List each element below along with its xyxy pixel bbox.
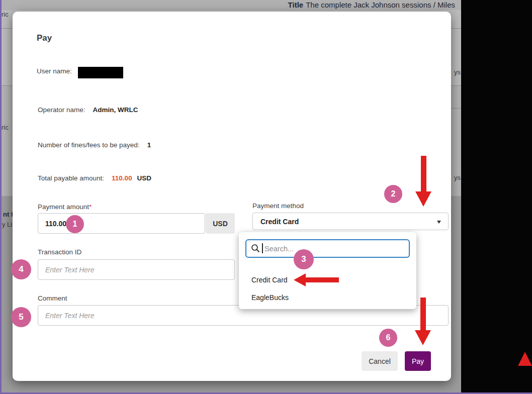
arrow-down-to-method-dropdown <box>421 156 426 192</box>
payment-method-value: Credit Card <box>260 218 299 226</box>
comment-label: Comment <box>38 294 67 302</box>
step-badge-4: 4 <box>11 259 31 279</box>
total-amount-row: Total payable amount:110.00 USD <box>38 174 151 182</box>
pay-button[interactable]: Pay <box>405 351 431 371</box>
record-title-label: Title <box>288 1 304 9</box>
backdrop-text-fragment: ys <box>454 174 461 181</box>
required-asterisk: * <box>89 203 92 211</box>
arrow-left-to-credit-card-shaft <box>305 277 339 282</box>
record-title-text: The complete Jack Johnson sessions / Mil… <box>306 1 455 9</box>
background-record-title: TitleThe complete Jack Johnson sessions … <box>288 1 455 9</box>
step-badge-5: 5 <box>11 307 31 327</box>
transaction-id-input[interactable] <box>38 259 235 280</box>
cancel-button[interactable]: Cancel <box>362 351 398 371</box>
text-cursor <box>262 243 263 253</box>
payment-amount-label: Payment amount* <box>38 203 92 211</box>
corner-triangle-annotation <box>518 352 532 366</box>
page: TitleThe complete Jack Johnson sessions … <box>0 0 532 394</box>
total-amount-value: 110.00 <box>112 174 132 182</box>
payment-amount-input[interactable] <box>38 213 205 234</box>
transaction-id-label: Transaction ID <box>38 248 81 256</box>
redacted-username <box>78 67 123 78</box>
backdrop-text-fragment: y Li <box>2 221 12 228</box>
total-currency: USD <box>137 174 151 182</box>
operator-name-value: Admin, WRLC <box>93 106 138 114</box>
backdrop-text-fragment: ys <box>454 68 461 76</box>
payment-method-dropdown-panel: Credit Card EagleBucks <box>239 232 416 309</box>
total-amount-label: Total payable amount: <box>38 174 104 182</box>
backdrop-text-fragment: ric <box>2 124 9 131</box>
step-badge-3: 3 <box>294 249 314 269</box>
arrow-left-to-credit-card-head <box>294 273 306 286</box>
currency-suffix: USD <box>206 213 235 234</box>
operator-name-label: Operator name: <box>38 106 85 114</box>
redacted-area <box>461 0 532 392</box>
user-name-label: User name: <box>37 67 72 75</box>
arrow-down-to-method-dropdown-head <box>415 191 431 207</box>
arrow-down-to-pay-button-head <box>415 330 431 345</box>
payment-method-label: Payment method <box>252 202 304 210</box>
step-badge-6: 6 <box>379 329 397 347</box>
user-name-row: User name: <box>37 67 72 75</box>
fines-count-value: 1 <box>147 141 151 149</box>
arrow-down-to-pay-button <box>420 298 426 331</box>
operator-name-row: Operator name:Admin, WRLC <box>38 106 138 114</box>
dropdown-option-eaglebucks[interactable]: EagleBucks <box>239 290 416 305</box>
backdrop-text-fragment: ric <box>2 11 9 18</box>
screenshot-border-left <box>0 0 2 394</box>
payment-method-select[interactable]: Credit Card <box>252 213 449 230</box>
backdrop-text-fragment: nt f <box>3 211 13 218</box>
step-badge-1: 1 <box>66 215 84 233</box>
fines-count-label: Number of fines/fees to be payed: <box>38 141 140 149</box>
dialog-title: Pay <box>37 33 52 43</box>
fines-count-row: Number of fines/fees to be payed:1 <box>38 141 151 149</box>
dropdown-caret-icon <box>437 221 441 224</box>
step-badge-2: 2 <box>384 185 402 203</box>
dropdown-search-input[interactable] <box>245 239 410 258</box>
